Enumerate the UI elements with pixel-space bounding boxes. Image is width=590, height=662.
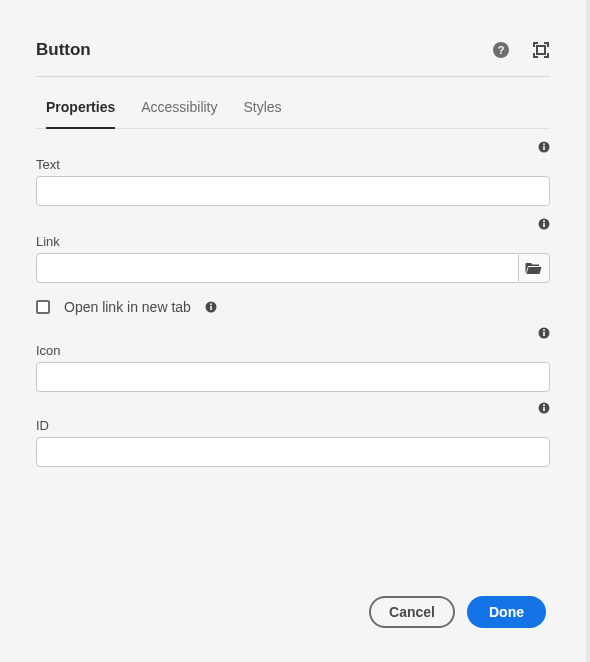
done-button[interactable]: Done [467, 596, 546, 628]
svg-point-5 [543, 143, 545, 145]
open-new-tab-checkbox[interactable] [36, 300, 50, 314]
field-id: ID [36, 418, 550, 467]
info-icon[interactable] [205, 301, 217, 313]
svg-rect-16 [543, 407, 545, 411]
tab-accessibility[interactable]: Accessibility [141, 99, 217, 129]
svg-rect-7 [543, 223, 545, 227]
svg-point-11 [210, 303, 212, 305]
field-link: Link [36, 234, 550, 283]
dialog: Button ? Properties Accessibility Styles… [0, 0, 590, 662]
open-new-tab-label: Open link in new tab [64, 299, 191, 315]
tab-properties[interactable]: Properties [46, 99, 115, 129]
svg-rect-10 [210, 306, 212, 310]
icon-label: Icon [36, 343, 61, 358]
properties-panel: Text Link Open link in new tab [36, 129, 550, 467]
info-icon[interactable] [538, 141, 550, 153]
id-label: ID [36, 418, 49, 433]
svg-point-8 [543, 220, 545, 222]
text-input[interactable] [36, 176, 550, 206]
link-label: Link [36, 234, 60, 249]
link-input-group [36, 253, 550, 283]
svg-text:?: ? [498, 44, 505, 56]
info-icon[interactable] [538, 327, 550, 339]
field-text: Text [36, 157, 550, 206]
svg-rect-2 [537, 46, 545, 54]
help-icon[interactable]: ? [492, 41, 510, 59]
fullscreen-icon[interactable] [532, 41, 550, 59]
dialog-header: Button ? [36, 40, 550, 77]
icon-input[interactable] [36, 362, 550, 392]
tab-styles[interactable]: Styles [244, 99, 282, 129]
id-input[interactable] [36, 437, 550, 467]
info-icon[interactable] [538, 218, 550, 230]
text-label: Text [36, 157, 60, 172]
link-input[interactable] [36, 253, 519, 283]
svg-point-14 [543, 329, 545, 331]
svg-rect-4 [543, 146, 545, 150]
cancel-button[interactable]: Cancel [369, 596, 455, 628]
header-icons: ? [492, 41, 550, 59]
folder-open-icon [525, 261, 543, 275]
field-open-new-tab: Open link in new tab [36, 299, 550, 315]
browse-button[interactable] [518, 253, 550, 283]
info-icon[interactable] [538, 402, 550, 414]
dialog-title: Button [36, 40, 91, 60]
field-icon: Icon [36, 343, 550, 392]
tabs: Properties Accessibility Styles [36, 77, 550, 129]
svg-rect-13 [543, 332, 545, 336]
svg-point-17 [543, 404, 545, 406]
dialog-footer: Cancel Done [369, 596, 546, 628]
